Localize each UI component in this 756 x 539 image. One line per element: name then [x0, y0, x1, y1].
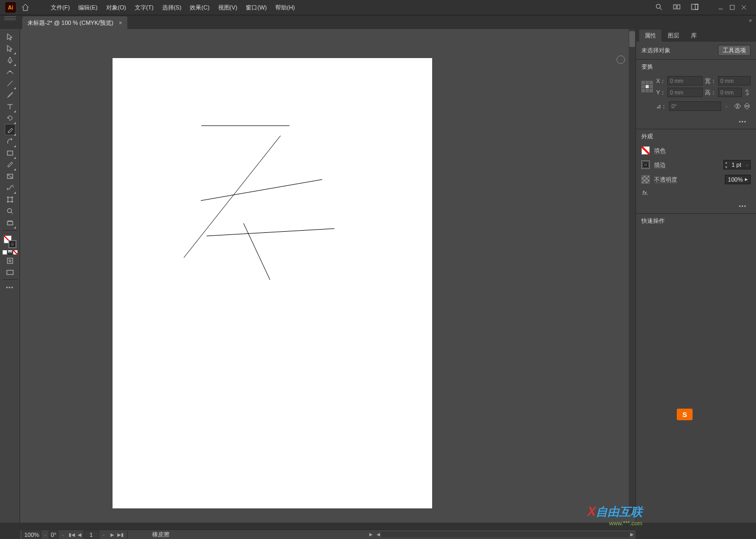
pen-tool[interactable] — [5, 54, 15, 65]
draw-mode-icon[interactable] — [6, 257, 14, 266]
scroll-left-icon[interactable]: ◀ — [377, 532, 380, 537]
rectangle-tool[interactable] — [5, 147, 15, 158]
selection-tool[interactable] — [5, 31, 15, 42]
statusbar: 100% ⌵ 0° ⌵ ▮◀ ◀ 1 ⌵ ▶ ▶▮ 橡皮擦 ▶ ◀ ▶ — [20, 529, 636, 539]
color-mode-icon[interactable] — [3, 250, 7, 254]
tool-options-button[interactable]: 工具选项 — [718, 45, 751, 56]
arrange-documents-icon[interactable] — [673, 3, 681, 12]
first-artboard-icon[interactable]: ▮◀ — [68, 531, 76, 538]
transform-w-field[interactable]: 0 mm — [718, 76, 751, 86]
stroke-weight-dropdown-icon[interactable]: ⌵ — [744, 163, 750, 167]
edit-toolbar-icon[interactable]: ••• — [5, 281, 15, 292]
zoom-dropdown-icon[interactable]: ⌵ — [42, 533, 49, 537]
tab-layers[interactable]: 图层 — [662, 30, 685, 42]
current-tool-label: 橡皮擦 — [152, 531, 170, 538]
gradient-tool[interactable] — [5, 171, 15, 182]
flip-vertical-icon[interactable] — [743, 102, 751, 110]
opacity-label[interactable]: 不透明度 — [654, 176, 677, 184]
fill-label[interactable]: 填色 — [654, 147, 666, 155]
artboard-tool[interactable] — [5, 194, 15, 205]
close-tab-icon[interactable]: × — [119, 20, 122, 26]
document-tab[interactable]: 未标题-2* @ 100 % (CMYK/预览) × — [22, 16, 127, 29]
rotate-field[interactable]: 0° — [669, 101, 721, 111]
line-tool[interactable] — [5, 78, 15, 89]
prev-artboard-icon[interactable]: ◀ — [76, 531, 83, 538]
tabbar-overflow-icon[interactable]: » — [749, 17, 752, 23]
paintbrush-tool[interactable] — [5, 89, 15, 100]
menu-file[interactable]: 文件(F) — [46, 2, 74, 14]
eraser-tool[interactable] — [5, 124, 15, 135]
gradient-mode-icon[interactable] — [8, 250, 12, 254]
direct-selection-tool[interactable] — [5, 43, 15, 54]
last-artboard-icon[interactable]: ▶▮ — [117, 531, 124, 538]
constrain-proportions-icon[interactable] — [743, 89, 751, 96]
opacity-field[interactable]: 100% ▶ — [725, 175, 751, 184]
step-up-icon[interactable]: ▲ — [724, 160, 729, 165]
transform-more-icon[interactable]: ••• — [734, 117, 751, 126]
menu-object[interactable]: 对象(O) — [102, 2, 130, 14]
menu-select[interactable]: 选择(S) — [158, 2, 186, 14]
svg-rect-3 — [692, 4, 698, 10]
symbol-sprayer-tool[interactable] — [5, 182, 15, 193]
window-maximize-btn[interactable] — [726, 3, 738, 12]
artboard-number-field[interactable]: 1 — [83, 531, 99, 538]
scroll-right-icon[interactable]: ▶ — [630, 532, 633, 537]
status-play-icon[interactable]: ▶ — [369, 532, 372, 537]
panel-tabs: 属性 图层 库 — [636, 29, 756, 42]
menu-edit[interactable]: 编辑(E) — [74, 2, 102, 14]
vertical-scrollbar[interactable] — [629, 29, 636, 513]
fill-stroke-swatch[interactable] — [3, 235, 17, 278]
menu-help[interactable]: 帮助(H) — [271, 2, 299, 14]
transform-y-field[interactable]: 0 mm — [667, 88, 702, 97]
rotation-field[interactable]: 0° — [49, 531, 59, 538]
horizontal-scrollbar[interactable] — [381, 532, 629, 537]
menu-type[interactable]: 文字(T) — [130, 2, 158, 14]
next-artboard-icon[interactable]: ▶ — [109, 531, 116, 538]
stroke-swatch[interactable] — [641, 160, 650, 169]
transform-x-field[interactable]: 0 mm — [667, 76, 702, 86]
svg-point-0 — [656, 4, 660, 8]
type-tool[interactable] — [5, 101, 15, 112]
none-mode-icon[interactable] — [13, 250, 17, 254]
home-icon[interactable] — [20, 2, 31, 13]
svg-point-10 — [13, 186, 13, 187]
stroke-weight-field[interactable]: ▲▼ 1 pt ⌵ — [723, 160, 751, 169]
rotate-tool[interactable] — [5, 112, 15, 124]
flip-horizontal-icon[interactable] — [734, 102, 741, 110]
eyedropper-tool[interactable] — [5, 159, 15, 170]
tab-properties[interactable]: 属性 — [639, 30, 661, 42]
zoom-tool[interactable] — [5, 205, 15, 216]
window-close-btn[interactable] — [738, 3, 750, 12]
tab-libraries[interactable]: 库 — [686, 30, 702, 42]
zoom-field[interactable]: 100% — [22, 531, 41, 538]
appearance-more-icon[interactable]: ••• — [734, 202, 751, 210]
menu-effect[interactable]: 效果(C) — [185, 2, 213, 14]
curvature-tool[interactable] — [5, 66, 15, 77]
rotate-dropdown-icon[interactable]: ⌵ — [723, 104, 730, 108]
scale-tool[interactable] — [5, 136, 15, 147]
search-icon[interactable] — [655, 3, 663, 12]
menu-view[interactable]: 视图(V) — [214, 2, 242, 14]
menu-window[interactable]: 窗口(W) — [241, 2, 271, 14]
svg-rect-13 — [7, 221, 13, 225]
fill-swatch[interactable] — [641, 146, 650, 155]
artboard-dropdown-icon[interactable]: ⌵ — [100, 533, 107, 537]
grip-icon[interactable] — [4, 16, 16, 22]
reference-point-picker[interactable] — [641, 81, 653, 92]
artboard[interactable] — [113, 58, 432, 508]
rotation-dropdown-icon[interactable]: ⌵ — [60, 533, 66, 537]
fx-button[interactable]: fx. — [641, 190, 650, 196]
svg-point-9 — [12, 185, 13, 185]
opacity-swatch[interactable] — [641, 175, 650, 184]
screen-mode-icon[interactable] — [6, 268, 14, 278]
hand-tool[interactable] — [5, 217, 15, 228]
step-down-icon[interactable]: ▼ — [724, 165, 729, 169]
svg-rect-11 — [8, 197, 12, 202]
window-minimize-btn[interactable] — [715, 3, 726, 12]
stroke-label[interactable]: 描边 — [654, 161, 666, 169]
canvas-area[interactable] — [20, 29, 636, 523]
workspace-switcher-icon[interactable] — [690, 3, 699, 12]
transform-section-title: 变换 — [636, 59, 756, 74]
transform-h-field[interactable]: 0 mm — [718, 88, 742, 97]
svg-point-17 — [9, 260, 11, 262]
